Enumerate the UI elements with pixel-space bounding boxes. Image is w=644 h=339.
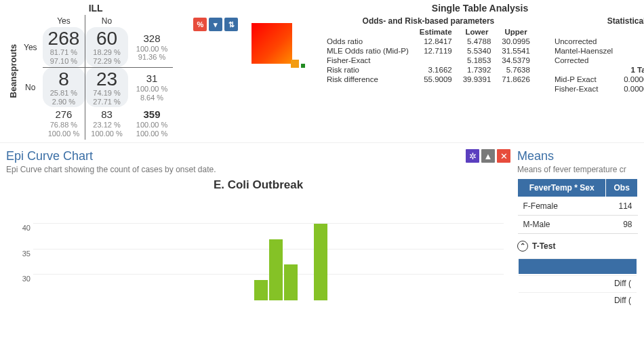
panel-collapse-button[interactable]: ▲ — [481, 149, 495, 163]
sort-ascending-button[interactable]: ⇅ — [224, 18, 238, 31]
grand-total-pct2: 100.00 % — [136, 129, 167, 138]
col-header-no: No — [85, 15, 128, 27]
ttest-label: T-Test — [532, 241, 555, 251]
ttest-diff-table: Diff ( Diff ( — [517, 257, 638, 309]
means-col-obs: Obs — [606, 178, 638, 197]
cell-c-colpct: 2.90 % — [48, 98, 80, 106]
row1-total: 328 — [136, 33, 167, 45]
cell-c-count: 8 — [48, 69, 80, 89]
gear-icon: ✲ — [469, 151, 477, 161]
col-upper: Upper — [496, 27, 536, 37]
risk-ratio-label: Risk ratio — [321, 65, 414, 75]
fisher-exact-label: Fisher-Exact — [321, 56, 414, 65]
cell-d-colpct: 27.71 % — [91, 98, 122, 106]
row2-total: 31 — [136, 73, 167, 85]
cell-c-rowpct: 25.81 % — [48, 89, 80, 98]
col1-total-pct1: 76.88 % — [48, 121, 80, 129]
odds-risk-header: Odds- and Risk-based parameters — [321, 16, 536, 26]
grand-total: 359 — [136, 108, 167, 121]
chevron-down-icon: ▾ — [214, 20, 218, 29]
row-variable-label: Beansprouts — [5, 44, 18, 98]
odds-ratio-label: Odds ratio — [321, 37, 414, 46]
means-table: FeverTemp * Sex Obs F-Female114 M-Male98 — [517, 178, 638, 234]
two-by-two-table: Yes No Yes 268 81.71 % 97.10 % 60 — [18, 15, 173, 140]
col-header-yes: Yes — [43, 15, 85, 27]
table-row: M-Male98 — [518, 215, 638, 233]
epi-curve-plot: 303540 — [33, 199, 504, 300]
table-row: F-Female114 — [518, 197, 638, 215]
cell-d-rowpct: 74.19 % — [91, 89, 122, 98]
risk-difference-label: Risk difference — [321, 75, 414, 84]
ttest-accordion-toggle[interactable]: ⌃ T-Test — [517, 241, 638, 252]
cell-b-count: 60 — [91, 28, 122, 48]
heatmap-preview — [251, 23, 305, 68]
means-col-group: FeverTemp * Sex — [518, 178, 606, 197]
mle-odds-ratio-label: MLE Odds ratio (Mid-P) — [321, 46, 414, 56]
col2-total: 83 — [91, 108, 122, 121]
means-panel-title: Means — [517, 149, 554, 163]
cell-b-colpct: 72.29 % — [91, 57, 122, 66]
sort-descending-button[interactable]: ▾ — [209, 18, 222, 31]
row-header-no: No — [18, 67, 43, 107]
epi-panel-subtitle: Epi Curve chart showing the count of cas… — [6, 165, 510, 174]
cell-a-colpct: 97.10 % — [48, 57, 80, 66]
chevron-up-down-icon: ⇅ — [228, 20, 235, 29]
col1-total-pct2: 100.00 % — [48, 129, 80, 138]
chart-title: E. Coli Outbreak — [6, 178, 510, 192]
panel-settings-button[interactable]: ✲ — [466, 149, 479, 163]
grand-total-pct1: 100.00 % — [136, 121, 167, 129]
row-header-yes: Yes — [18, 27, 43, 67]
row2-total-pct1: 100.00 % — [136, 85, 167, 94]
close-icon: ✕ — [500, 151, 508, 161]
analysis-title: Single Table Analysis — [321, 3, 639, 14]
stat-tests-header: Statistical Tests — [549, 16, 644, 26]
cell-d-count: 23 — [91, 69, 122, 89]
row2-total-pct2: 8.64 % — [136, 94, 167, 102]
cell-a-count: 268 — [48, 28, 80, 48]
odds-risk-table: Estimate Lower Upper Odds ratio12.84175.… — [321, 27, 536, 84]
col1-total: 276 — [48, 108, 80, 121]
row1-total-pct2: 91.36 % — [136, 53, 167, 62]
cell-a-rowpct: 81.71 % — [48, 48, 80, 57]
row1-total-pct1: 100.00 % — [136, 45, 167, 54]
epi-panel-title: Epi Curve Chart — [6, 149, 93, 163]
panel-close-button[interactable]: ✕ — [497, 149, 510, 163]
column-variable-label: ILL — [18, 3, 173, 14]
triangle-up-icon: ▲ — [484, 151, 493, 161]
stat-tests-table: X²2 Tailed Uncorrected49.79430.0000000 M… — [549, 27, 644, 94]
col-lower: Lower — [458, 27, 497, 37]
cell-b-rowpct: 18.29 % — [91, 48, 122, 57]
percent-toggle-button[interactable]: % — [193, 18, 207, 31]
col2-total-pct2: 100.00 % — [91, 129, 122, 138]
chevron-up-icon: ⌃ — [517, 241, 528, 252]
col2-total-pct1: 23.12 % — [91, 121, 122, 129]
means-panel-subtitle: Means of fever temperature cr — [517, 165, 638, 174]
col-estimate: Estimate — [414, 27, 458, 37]
